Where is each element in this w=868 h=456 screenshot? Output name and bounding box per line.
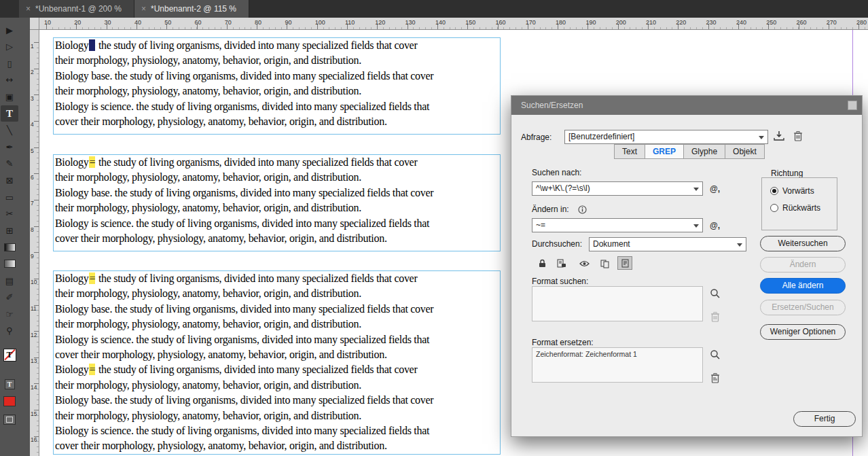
document-tab[interactable]: ×*Unbenannt-2 @ 115 % bbox=[134, 0, 249, 18]
change-to-label: Ändern in: bbox=[532, 205, 569, 214]
scissors-tool[interactable]: ✂ bbox=[1, 206, 18, 222]
gap-tool[interactable]: ↔ bbox=[1, 72, 18, 88]
text-line: their morphology, physiology, anatomy, b… bbox=[54, 408, 500, 423]
find-format-box[interactable] bbox=[532, 286, 703, 321]
ruler-number: 110 bbox=[345, 19, 355, 26]
dropdown-caret-icon bbox=[693, 224, 699, 230]
fill-stroke-proxy[interactable]: T bbox=[1, 347, 18, 363]
tab-glyphe[interactable]: Glyphe bbox=[683, 144, 725, 159]
done-button[interactable]: Fertig bbox=[793, 411, 856, 427]
hand-tool[interactable]: ☞ bbox=[1, 306, 18, 322]
document-tab-bar: ×*Unbenannt-1 @ 200 %×*Unbenannt-2 @ 115… bbox=[0, 0, 868, 18]
change-all-button[interactable]: Alle ändern bbox=[760, 278, 846, 294]
highlighted-match-character: = bbox=[89, 273, 95, 284]
radio-backward-label[interactable]: Rückwärts bbox=[782, 203, 820, 213]
note-tool[interactable]: ▤ bbox=[1, 273, 18, 289]
ruler-number: 50 bbox=[164, 19, 171, 26]
pen-tool[interactable]: ✒ bbox=[1, 139, 18, 155]
find-replace-dialog: Suchen/Ersetzen Abfrage: [Benutzerdefini… bbox=[511, 95, 863, 437]
formatting-affects-text-icon[interactable]: T bbox=[1, 376, 18, 392]
ruler-number: 230 bbox=[706, 19, 717, 26]
text-line: Biology base. the study of living organi… bbox=[54, 186, 500, 200]
ruler-number: 90 bbox=[285, 19, 291, 26]
eyedropper-tool[interactable]: ✐ bbox=[1, 290, 18, 306]
ruler-origin-box[interactable] bbox=[30, 18, 39, 30]
save-query-icon[interactable] bbox=[772, 130, 786, 142]
query-dropdown[interactable]: [Benutzerdefiniert] bbox=[564, 130, 768, 144]
text-line: Biology base. the study of living organi… bbox=[54, 69, 500, 84]
text-frame[interactable]: Biology= the study of living organisms, … bbox=[53, 270, 501, 455]
text-line: their morphology, physiology, anatomy, b… bbox=[54, 378, 500, 393]
ruler-number: 240 bbox=[736, 19, 746, 26]
text-line: their morphology, physiology, anatomy, b… bbox=[54, 170, 500, 185]
change-button: Ändern bbox=[760, 257, 846, 273]
dialog-close-button[interactable] bbox=[848, 101, 857, 110]
horizontal-ruler[interactable]: 1020304050607080901001101201301401501601… bbox=[30, 18, 868, 30]
pencil-tool[interactable]: ✎ bbox=[1, 156, 18, 172]
page-tool[interactable]: ▯ bbox=[1, 55, 18, 71]
ruler-number: 7 bbox=[31, 200, 34, 207]
text-line: their morphology, physiology, anatomy, b… bbox=[54, 53, 500, 68]
zoom-tool[interactable]: ⚲ bbox=[1, 323, 18, 339]
rectangle-tool[interactable]: ▭ bbox=[1, 189, 18, 205]
close-tab-icon[interactable]: × bbox=[141, 4, 146, 14]
close-tab-icon[interactable]: × bbox=[26, 4, 31, 14]
ruler-number: 210 bbox=[646, 19, 656, 26]
vertical-ruler[interactable]: 12345678910111213141516 bbox=[30, 30, 39, 456]
include-master-pages-icon[interactable] bbox=[597, 256, 612, 270]
radio-forward[interactable] bbox=[770, 187, 778, 195]
find-what-value: ^\w+\K\.(?=\s\l) bbox=[536, 183, 590, 193]
find-special-characters-icon[interactable]: @, bbox=[710, 184, 720, 194]
highlighted-match-character: = bbox=[89, 364, 95, 375]
text-line: Biology base. the study of living organi… bbox=[54, 302, 500, 317]
tools-panel: T T ▶▷▯↔▣T╲✒✎⊠▭✂⊞▤✐☞⚲ bbox=[0, 18, 30, 456]
text-line: Biology is science. the study of living … bbox=[54, 99, 500, 114]
tab-objekt[interactable]: Objekt bbox=[725, 144, 765, 159]
radio-backward[interactable] bbox=[770, 204, 778, 212]
tab-text[interactable]: Text bbox=[614, 144, 645, 159]
delete-query-icon[interactable] bbox=[791, 130, 805, 142]
query-label: Abfrage: bbox=[521, 133, 551, 142]
specify-find-format-icon[interactable] bbox=[710, 288, 722, 300]
screen-mode-icon[interactable] bbox=[1, 411, 18, 427]
include-locked-layers-icon[interactable] bbox=[535, 256, 549, 270]
search-scope-dropdown[interactable]: Dokument bbox=[589, 237, 746, 251]
find-what-input[interactable]: ^\w+\K\.(?=\s\l) bbox=[532, 181, 703, 196]
tab-grep[interactable]: GREP bbox=[645, 144, 684, 159]
include-locked-stories-icon[interactable] bbox=[554, 256, 568, 270]
rectangle-frame-tool[interactable]: ⊠ bbox=[1, 172, 18, 188]
change-to-input[interactable]: ~= bbox=[532, 218, 703, 232]
find-next-button[interactable]: Weitersuchen bbox=[760, 236, 846, 251]
red-swatch-icon bbox=[3, 396, 16, 406]
clear-find-format-icon bbox=[710, 311, 723, 323]
content-collector-tool[interactable]: ▣ bbox=[1, 88, 18, 105]
specify-change-format-icon[interactable] bbox=[710, 349, 722, 362]
clear-change-format-icon[interactable] bbox=[710, 372, 723, 385]
gradient-feather-tool[interactable] bbox=[1, 256, 18, 272]
include-footnotes-icon[interactable] bbox=[617, 256, 632, 270]
selection-tool[interactable]: ▶ bbox=[1, 22, 18, 38]
direct-selection-tool[interactable]: ▷ bbox=[1, 39, 18, 55]
change-special-characters-icon[interactable]: @, bbox=[710, 221, 720, 230]
change-format-box[interactable]: Zeichenformat: Zeichenformat 1 bbox=[532, 347, 703, 383]
dropdown-caret-icon bbox=[693, 188, 699, 194]
search-scope-value: Dokument bbox=[593, 239, 630, 249]
text-line: cover their morphology, physiology, anat… bbox=[54, 114, 500, 129]
text-line: Biology= the study of living organisms, … bbox=[54, 362, 500, 377]
free-transform-tool[interactable]: ⊞ bbox=[1, 222, 18, 239]
fewer-options-button[interactable]: Weniger Optionen bbox=[760, 324, 846, 340]
ruler-number: 190 bbox=[585, 19, 596, 26]
text-line: their morphology, physiology, anatomy, b… bbox=[54, 317, 500, 332]
change-to-value: ~= bbox=[536, 220, 545, 230]
radio-forward-label[interactable]: Vorwärts bbox=[782, 186, 814, 196]
text-frame[interactable]: Biology= the study of living organisms, … bbox=[53, 154, 501, 251]
line-tool[interactable]: ╲ bbox=[1, 122, 18, 139]
applied-color-swatch[interactable] bbox=[1, 393, 18, 409]
type-tool[interactable]: T bbox=[1, 105, 18, 122]
dialog-titlebar[interactable]: Suchen/Ersetzen bbox=[511, 96, 862, 115]
include-hidden-layers-icon[interactable] bbox=[577, 256, 592, 270]
document-tab[interactable]: ×*Unbenannt-1 @ 200 % bbox=[19, 0, 134, 18]
text-frame[interactable]: Biology= the study of living organisms, … bbox=[53, 37, 501, 135]
ruler-number: 30 bbox=[105, 19, 111, 26]
gradient-tool[interactable] bbox=[1, 239, 18, 256]
